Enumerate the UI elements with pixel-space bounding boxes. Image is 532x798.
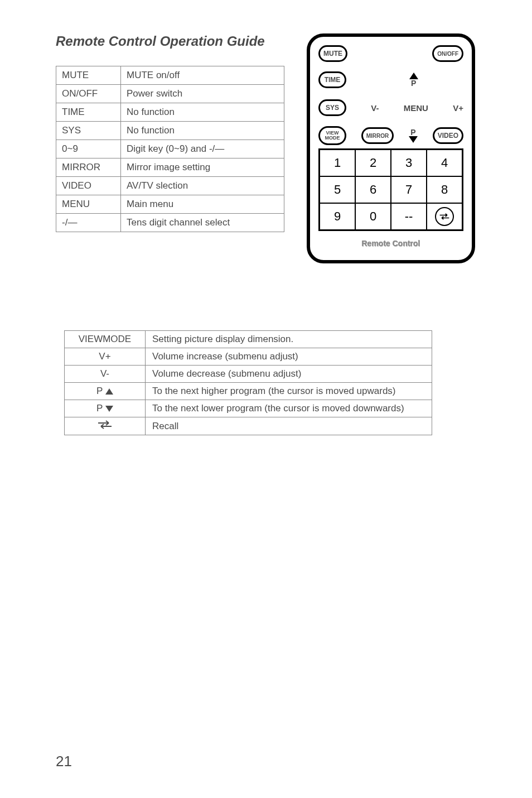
- fn-desc: Power switch: [121, 85, 284, 103]
- sys-button: SYS: [318, 99, 346, 116]
- digit-9: 9: [320, 203, 355, 230]
- table-row: V-Volume decrease (submenu adjust): [65, 366, 432, 383]
- fn-key: VIDEO: [56, 177, 121, 195]
- digit-6: 6: [355, 176, 391, 203]
- table-row: 0~9Digit key (0~9) and -/—: [56, 140, 284, 158]
- digit-2: 2: [355, 150, 391, 176]
- table-row: -/—Tens digit channel select: [56, 214, 284, 232]
- fn-key: ON/OFF: [56, 85, 121, 103]
- p-down-label: P: [409, 128, 418, 143]
- fn-desc: MUTE on/off: [121, 66, 284, 85]
- triangle-down-icon: [409, 136, 418, 143]
- digit-recall: [427, 203, 462, 230]
- viewmode-button: VIEW MODE: [318, 126, 346, 145]
- digit-7: 7: [391, 176, 427, 203]
- table-row: ON/OFFPower switch: [56, 85, 284, 103]
- table-row: VIDEOAV/TV slection: [56, 177, 284, 195]
- mirror-button: MIRROR: [361, 127, 394, 144]
- function-table-2: VIEWMODESetting picture display dimensio…: [64, 330, 432, 435]
- v-plus-label: V+: [453, 103, 463, 113]
- video-button: VIDEO: [433, 127, 463, 144]
- fn-key: MUTE: [56, 66, 121, 85]
- recall-icon: [96, 420, 113, 429]
- arrow-down-icon: [105, 406, 113, 412]
- digit-4: 4: [427, 150, 462, 176]
- fn-desc: Main menu: [121, 195, 284, 214]
- digit-8: 8: [427, 176, 462, 203]
- table-row: V+Volume increase (submenu adjust): [65, 348, 432, 366]
- digit-0: 0: [355, 203, 391, 230]
- time-button: TIME: [318, 71, 346, 88]
- v-minus-label: V-: [371, 103, 379, 113]
- table-row: P To the next higher program (the cursor…: [65, 383, 432, 400]
- fn-key: V+: [65, 348, 146, 366]
- fn-key: TIME: [56, 103, 121, 122]
- menu-label: MENU: [404, 103, 428, 113]
- table-row: SYSNo function: [56, 122, 284, 140]
- digit-5: 5: [320, 176, 355, 203]
- digit-grid: 1 2 3 4 5 6 7 8 9 0 --: [318, 148, 463, 231]
- fn-desc: No function: [121, 103, 284, 122]
- fn-desc: To the next higher program (the cursor i…: [146, 383, 432, 400]
- fn-key: SYS: [56, 122, 121, 140]
- fn-key: MENU: [56, 195, 121, 214]
- fn-key: VIEWMODE: [65, 331, 146, 348]
- page-number: 21: [56, 753, 72, 770]
- table-row: Recall: [65, 417, 432, 435]
- mute-button: MUTE: [318, 45, 347, 62]
- fn-desc: Volume increase (submenu adjust): [146, 348, 432, 366]
- remote-caption: Remote Control: [310, 239, 472, 248]
- fn-desc: Setting picture display dimension.: [146, 331, 432, 348]
- fn-key: V-: [65, 366, 146, 383]
- fn-key: MIRROR: [56, 158, 121, 177]
- fn-desc: AV/TV slection: [121, 177, 284, 195]
- remote-control-diagram: MUTE ON/OFF TIME P SYS V- MENU V+: [307, 33, 475, 263]
- fn-desc: To the next lower program (the cursor is…: [146, 400, 432, 417]
- fn-desc: Volume decrease (submenu adjust): [146, 366, 432, 383]
- fn-key: 0~9: [56, 140, 121, 158]
- table-row: VIEWMODESetting picture display dimensio…: [65, 331, 432, 348]
- fn-desc: Mirror image setting: [121, 158, 284, 177]
- fn-desc: Tens digit channel select: [121, 214, 284, 232]
- function-table-1: MUTEMUTE on/off ON/OFFPower switch TIMEN…: [56, 66, 284, 232]
- p-up-label: P: [409, 73, 418, 87]
- fn-key: [65, 417, 146, 435]
- fn-desc: No function: [121, 122, 284, 140]
- digit-1: 1: [320, 150, 355, 176]
- digit-dash: --: [391, 203, 427, 230]
- fn-key: P: [65, 383, 146, 400]
- table-row: MENUMain menu: [56, 195, 284, 214]
- table-row: P To the next lower program (the cursor …: [65, 400, 432, 417]
- fn-key: P: [65, 400, 146, 417]
- table-row: MUTEMUTE on/off: [56, 66, 284, 85]
- recall-icon: [435, 207, 454, 226]
- table-row: MIRRORMirror image setting: [56, 158, 284, 177]
- onoff-button: ON/OFF: [432, 45, 463, 62]
- fn-desc: Recall: [146, 417, 432, 435]
- arrow-up-icon: [105, 388, 113, 395]
- digit-3: 3: [391, 150, 427, 176]
- fn-desc: Digit key (0~9) and -/—: [121, 140, 284, 158]
- fn-key: -/—: [56, 214, 121, 232]
- table-row: TIMENo function: [56, 103, 284, 122]
